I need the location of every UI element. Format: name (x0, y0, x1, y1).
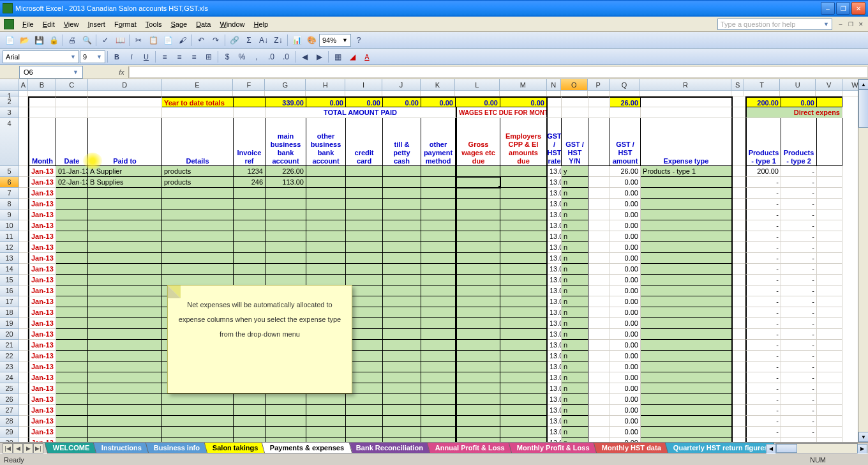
cell[interactable] (88, 372, 162, 383)
cell[interactable] (19, 340, 28, 351)
cell[interactable] (456, 340, 500, 351)
cell[interactable] (456, 275, 500, 286)
cell[interactable] (383, 231, 421, 242)
cell[interactable] (421, 318, 456, 329)
cell[interactable] (234, 188, 266, 199)
cell[interactable]: - (745, 351, 781, 362)
cells-area[interactable]: Year to date totals339.000.000.000.000.0… (19, 91, 868, 442)
cell[interactable] (19, 177, 28, 188)
cell[interactable] (266, 210, 306, 220)
cell[interactable] (817, 362, 842, 372)
cell[interactable]: 0.00 (306, 96, 346, 107)
fill-color-icon[interactable]: ◢ (345, 50, 359, 64)
font-color-icon[interactable]: A (360, 50, 374, 64)
cell[interactable] (500, 264, 548, 275)
new-icon[interactable]: 📄 (3, 33, 17, 47)
cell[interactable]: 0.00 (610, 275, 641, 286)
currency-icon[interactable]: $ (220, 50, 234, 64)
cell[interactable] (733, 286, 745, 296)
cell[interactable]: 0.00 (610, 231, 641, 242)
cell[interactable] (641, 318, 733, 329)
cell[interactable]: Year to date totals (162, 96, 234, 107)
cell[interactable]: - (745, 253, 781, 264)
cell[interactable] (162, 416, 234, 427)
col-header-Q[interactable]: Q (610, 79, 640, 90)
cell[interactable]: 01-Jan-13 (56, 166, 88, 177)
cell[interactable] (421, 220, 456, 231)
cell[interactable] (610, 91, 640, 96)
chart-icon[interactable]: 📊 (290, 33, 304, 47)
cell[interactable] (19, 329, 28, 340)
cell[interactable] (383, 394, 421, 405)
cell[interactable]: 13.0% (548, 253, 562, 264)
cell[interactable] (19, 394, 28, 405)
cell[interactable] (306, 253, 346, 264)
cell[interactable] (306, 275, 346, 286)
cell[interactable]: - (745, 296, 781, 307)
maximize-button[interactable]: ❐ (836, 2, 850, 15)
cell[interactable] (500, 296, 548, 307)
cell[interactable] (641, 210, 733, 220)
cell[interactable] (641, 231, 733, 242)
col-header-O[interactable]: O (561, 79, 588, 90)
sheet-tab[interactable]: Salon takings (204, 443, 266, 454)
cell[interactable] (88, 405, 162, 416)
cell[interactable]: - (781, 242, 817, 253)
cell[interactable] (817, 286, 842, 296)
row-header-22[interactable]: 22 (0, 351, 19, 362)
cell[interactable] (383, 438, 421, 442)
cell[interactable] (500, 394, 548, 405)
cell[interactable]: 0.00 (610, 199, 641, 210)
cell[interactable] (306, 264, 346, 275)
col-header-G[interactable]: G (265, 79, 306, 90)
cell[interactable] (733, 296, 745, 307)
cell[interactable] (56, 188, 88, 199)
cell[interactable] (56, 231, 88, 242)
cell[interactable]: n (562, 199, 588, 210)
cell[interactable]: n (562, 340, 588, 351)
cell[interactable] (588, 210, 610, 220)
cell[interactable] (641, 107, 733, 118)
cell[interactable]: 0.00 (610, 438, 641, 442)
cell[interactable]: Date (56, 118, 88, 166)
cell[interactable] (306, 177, 346, 188)
cell[interactable] (500, 383, 548, 394)
row-header-9[interactable]: 9 (0, 210, 19, 220)
cell[interactable] (56, 329, 88, 340)
cell[interactable] (733, 242, 745, 253)
cell[interactable]: 0.00 (610, 253, 641, 264)
align-center-icon[interactable]: ≡ (172, 50, 186, 64)
cell[interactable] (234, 275, 266, 286)
cell[interactable]: 26.00 (610, 96, 641, 107)
cell[interactable] (162, 394, 234, 405)
zoom-box[interactable]: 94%▼ (319, 34, 351, 47)
open-icon[interactable]: 📂 (17, 33, 31, 47)
cell[interactable]: n (562, 329, 588, 340)
cell[interactable]: n (562, 286, 588, 296)
cell[interactable] (162, 405, 234, 416)
cell[interactable] (588, 188, 610, 199)
cell[interactable] (56, 427, 88, 438)
row-header-16[interactable]: 16 (0, 286, 19, 296)
cell[interactable] (733, 199, 745, 210)
row-header-11[interactable]: 11 (0, 231, 19, 242)
cell[interactable]: 339.00 (266, 96, 306, 107)
cell[interactable] (588, 264, 610, 275)
cell[interactable] (421, 405, 456, 416)
cell[interactable] (456, 318, 500, 329)
cell[interactable] (733, 438, 745, 442)
cell[interactable] (306, 220, 346, 231)
cell[interactable] (266, 275, 306, 286)
cell[interactable] (421, 296, 456, 307)
cell[interactable] (383, 275, 421, 286)
cell[interactable] (88, 416, 162, 427)
cell[interactable] (421, 242, 456, 253)
cell[interactable] (421, 91, 455, 96)
cell[interactable]: GST / HST rate (548, 118, 562, 166)
cell[interactable] (383, 307, 421, 318)
cell[interactable]: Details (162, 118, 234, 166)
cell[interactable]: n (562, 296, 588, 307)
cell[interactable] (19, 416, 28, 427)
row-header-7[interactable]: 7 (0, 188, 19, 199)
col-header-S[interactable]: S (731, 79, 744, 90)
